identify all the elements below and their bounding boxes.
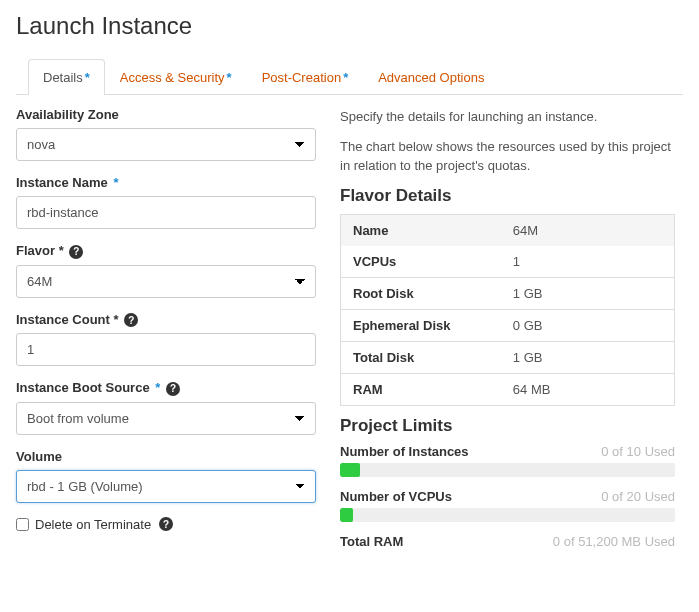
- availability-zone-select[interactable]: nova: [16, 128, 316, 161]
- required-asterisk: *: [227, 70, 232, 85]
- tab-label: Details: [43, 70, 83, 85]
- volume-select[interactable]: rbd - 1 GB (Volume): [16, 470, 316, 503]
- question-circle-icon[interactable]: ?: [159, 517, 173, 531]
- limit-used: 0 of 10 Used: [601, 444, 675, 459]
- limit-used: 0 of 51,200 MB Used: [553, 534, 675, 549]
- instance-count-label: Instance Count * ?: [16, 312, 316, 328]
- table-row: Total Disk1 GB: [341, 341, 675, 373]
- limit-used: 0 of 20 Used: [601, 489, 675, 504]
- flavor-label: Flavor * ?: [16, 243, 316, 259]
- instance-count-input[interactable]: [16, 333, 316, 366]
- availability-zone-label: Availability Zone: [16, 107, 316, 122]
- form-panel: Availability Zone nova Instance Name * F…: [16, 107, 316, 561]
- tab-bar: Details* Access & Security* Post-Creatio…: [16, 58, 683, 95]
- help-text: Specify the details for launching an ins…: [340, 107, 675, 127]
- boot-source-label: Instance Boot Source * ?: [16, 380, 316, 396]
- info-panel: Specify the details for launching an ins…: [340, 107, 683, 561]
- required-asterisk: *: [85, 70, 90, 85]
- delete-on-terminate-label: Delete on Terminate: [35, 517, 151, 532]
- progress-bar: [340, 508, 675, 522]
- table-row: RAM64 MB: [341, 373, 675, 405]
- limit-vcpus: Number of VCPUs 0 of 20 Used: [340, 489, 675, 522]
- flavor-select[interactable]: 64M: [16, 265, 316, 298]
- boot-source-select[interactable]: Boot from volume: [16, 402, 316, 435]
- question-circle-icon[interactable]: ?: [124, 313, 138, 327]
- limit-title: Number of Instances: [340, 444, 469, 459]
- tab-advanced-options[interactable]: Advanced Options: [363, 59, 499, 95]
- required-asterisk: *: [343, 70, 348, 85]
- required-asterisk: *: [113, 175, 118, 190]
- flavor-details-title: Flavor Details: [340, 186, 675, 206]
- instance-name-label: Instance Name *: [16, 175, 316, 190]
- required-asterisk: *: [155, 380, 160, 395]
- table-row: Name64M: [341, 214, 675, 246]
- question-circle-icon[interactable]: ?: [69, 245, 83, 259]
- instance-name-input[interactable]: [16, 196, 316, 229]
- progress-bar: [340, 463, 675, 477]
- help-text: The chart below shows the resources used…: [340, 137, 675, 176]
- table-row: Root Disk1 GB: [341, 277, 675, 309]
- volume-label: Volume: [16, 449, 316, 464]
- limit-title: Total RAM: [340, 534, 403, 549]
- limit-title: Number of VCPUs: [340, 489, 452, 504]
- flavor-details-table: Name64M VCPUs1 Root Disk1 GB Ephemeral D…: [340, 214, 675, 406]
- table-row: VCPUs1: [341, 246, 675, 278]
- tab-access-security[interactable]: Access & Security*: [105, 59, 247, 95]
- question-circle-icon[interactable]: ?: [166, 382, 180, 396]
- tab-label: Access & Security: [120, 70, 225, 85]
- tab-label: Post-Creation: [262, 70, 341, 85]
- page-title: Launch Instance: [16, 12, 683, 40]
- limit-instances: Number of Instances 0 of 10 Used: [340, 444, 675, 477]
- limit-ram: Total RAM 0 of 51,200 MB Used: [340, 534, 675, 549]
- tab-label: Advanced Options: [378, 70, 484, 85]
- project-limits-title: Project Limits: [340, 416, 675, 436]
- tab-post-creation[interactable]: Post-Creation*: [247, 59, 364, 95]
- delete-on-terminate-checkbox[interactable]: [16, 518, 29, 531]
- table-row: Ephemeral Disk0 GB: [341, 309, 675, 341]
- tab-details[interactable]: Details*: [28, 59, 105, 95]
